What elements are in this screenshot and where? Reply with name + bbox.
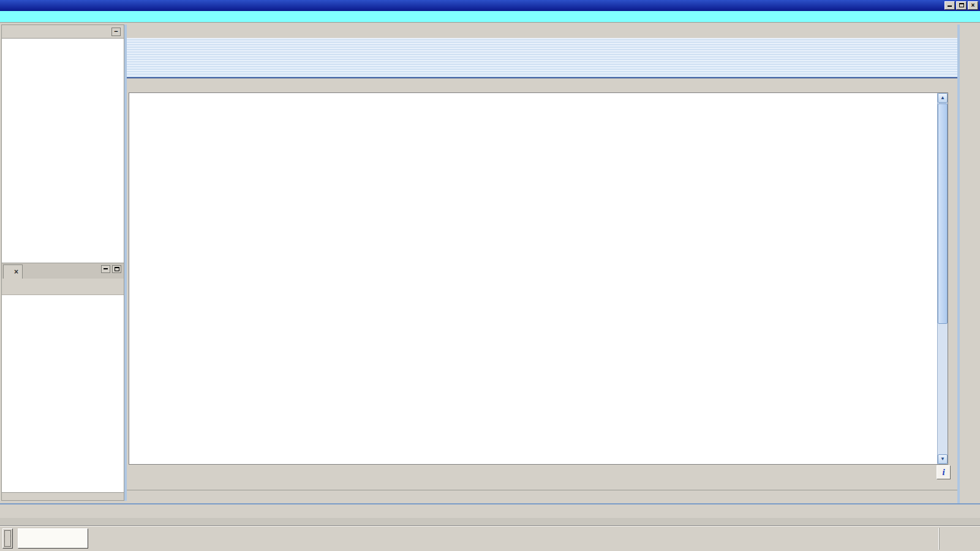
- booking-totals: [2, 492, 124, 500]
- sidebar-collapse-button[interactable]: −: [111, 28, 121, 36]
- booking-contents-maximize-button[interactable]: [112, 265, 121, 273]
- booking-contents-minimize-button[interactable]: [101, 265, 110, 273]
- view-tab-bar: [127, 490, 957, 501]
- title-bar: ×: [0, 0, 980, 11]
- desktop-strip: [0, 518, 980, 525]
- info-button[interactable]: i: [937, 465, 951, 479]
- window-right-edge: [957, 24, 980, 503]
- table-header-row: [129, 93, 948, 103]
- table-body: [129, 103, 948, 464]
- sidebar: − ×: [1, 24, 124, 501]
- sidebar-header: −: [2, 25, 124, 39]
- vertical-scrollbar[interactable]: ▲ ▼: [937, 93, 948, 464]
- start-button[interactable]: [2, 528, 13, 549]
- taskbar-app-button[interactable]: [18, 528, 88, 549]
- scroll-down-icon[interactable]: ▼: [938, 454, 948, 464]
- maximize-button[interactable]: [956, 1, 967, 10]
- booking-contents-close-icon[interactable]: ×: [14, 268, 18, 276]
- booking-contents-list: [2, 295, 124, 492]
- booking-contents-titlebar: ×: [2, 263, 124, 279]
- results-table: ▲ ▼: [129, 92, 948, 465]
- minimize-button[interactable]: [944, 1, 955, 10]
- sidebar-tree: [2, 39, 124, 263]
- document-tab-bar: [127, 24, 957, 38]
- menu-bar: [0, 11, 980, 23]
- results-header: [127, 38, 957, 78]
- booking-contents-toolbar: [2, 279, 124, 295]
- scroll-up-icon[interactable]: ▲: [938, 93, 948, 103]
- scrollbar-thumb[interactable]: [938, 103, 948, 324]
- system-tray: [939, 528, 980, 550]
- building-icon: [137, 43, 160, 72]
- booking-contents-panel: ×: [2, 263, 124, 500]
- status-bar: [0, 503, 980, 518]
- main-content: ▲ ▼ i: [127, 24, 957, 503]
- booking-contents-tab[interactable]: ×: [3, 264, 23, 279]
- show-desktop-icon[interactable]: [962, 533, 975, 544]
- close-window-button[interactable]: ×: [968, 1, 978, 10]
- taskbar: [0, 525, 980, 551]
